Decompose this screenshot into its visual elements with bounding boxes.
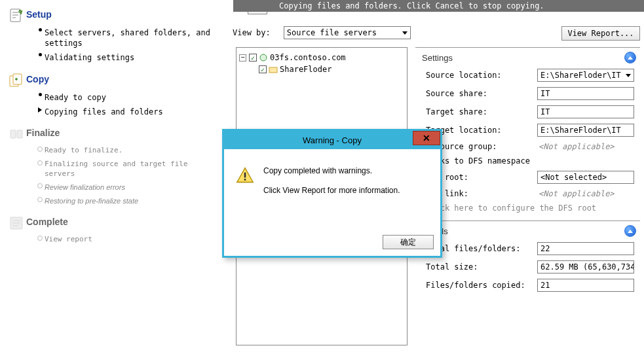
svg-rect-13 [269,67,277,73]
close-icon: ✕ [423,133,430,143]
folder-share-icon [269,65,278,74]
setup-item: Select servers, shared folders, and sett… [35,27,213,48]
section-title-finalize: Finalize [26,128,60,138]
collapse-settings-button[interactable] [624,52,636,63]
chevron-down-icon [402,31,407,35]
dialog-title: Warning - Copy [303,135,362,145]
svg-rect-15 [244,173,246,178]
resource-group-value: <Not applicable> [537,142,615,151]
dialog-line1: Copy completed with warnings. [263,166,400,175]
dfs-config-hint[interactable]: Click here to configure the DFS root [426,203,640,213]
details-group: Details Total files/folders: 22 Total si… [415,221,640,304]
right-details-area: Settings Source location: E:\ShareFloder… [415,47,640,352]
section-complete: Complete [7,215,213,231]
tree-collapse-icon[interactable]: − [239,54,246,62]
label-source-share: Source share: [422,89,537,98]
complete-items: View report [35,235,213,245]
setup-icon [7,8,26,24]
tree-child-label: ShareFloder [280,65,331,74]
chevron-up-icon [628,230,633,233]
files-copied-value: 21 [537,279,634,292]
setup-items: Select servers, shared folders, and sett… [35,27,213,63]
settings-group: Settings Source location: E:\ShareFloder… [415,48,640,221]
tree-checkbox[interactable]: ✓ [259,65,267,73]
view-by-value: Source file servers [287,28,377,37]
dfs-root-field[interactable]: <Not selected> [537,171,634,184]
svg-rect-6 [10,130,16,138]
dfs-link-value: <Not applicable> [537,189,615,198]
finalize-item: Ready to finalize. [35,146,213,156]
server-icon [259,53,268,62]
complete-item: View report [35,235,213,245]
dialog-titlebar[interactable]: Warning - Copy ✕ [224,131,440,149]
warning-dialog: Warning - Copy ✕ Copy completed with war… [222,129,442,258]
copy-item-current: Copying files and folders [35,107,213,117]
section-setup: Setup [7,8,213,24]
view-by-label: View by: [233,28,271,37]
status-banner: Copying files and folders. Click Cancel … [233,0,644,12]
settings-title: Settings [422,53,453,63]
ok-button[interactable]: 确定 [383,235,434,249]
label-total-size: Total size: [422,262,537,272]
view-report-button[interactable]: View Report... [561,26,640,41]
total-files-value: 22 [537,242,634,255]
section-title-setup: Setup [26,9,52,20]
section-title-copy: Copy [26,74,49,84]
wizard-steps-panel: Setup Select servers, shared folders, an… [0,0,219,352]
dialog-line2: Click View Report for more information. [263,186,400,195]
finalize-icon [7,126,26,142]
target-share-field[interactable]: IT [537,105,634,118]
finalize-item: Finalizing source and target file server… [35,160,213,179]
complete-icon [7,215,26,231]
section-copy: Copy [7,73,213,88]
finalize-items: Ready to finalize. Finalizing source and… [35,146,213,206]
close-button[interactable]: ✕ [413,131,440,145]
tree-root-row[interactable]: − ✓ 03fs.contoso.com [239,52,404,63]
tree-checkbox[interactable]: ✓ [249,54,257,62]
svg-rect-7 [17,130,22,138]
source-location-select[interactable]: E:\ShareFloder\IT [537,69,634,82]
label-source-location: Source location: [422,71,537,80]
source-share-field[interactable]: IT [537,87,634,100]
target-location-field[interactable]: E:\ShareFloder\IT [537,124,634,137]
collapse-details-button[interactable] [624,225,636,237]
total-size-value: 62.59 MB (65,630,734 [537,260,634,273]
view-by-select[interactable]: Source file servers [284,26,411,39]
dialog-message: Copy completed with warnings. Click View… [263,166,400,205]
section-title-complete: Complete [26,217,68,227]
chevron-down-icon [626,74,631,77]
copy-icon [7,73,26,88]
svg-point-12 [260,54,267,61]
copy-items: Ready to copy Copying files and folders [35,92,213,117]
tree-root-label: 03fs.contoso.com [270,53,346,62]
tree-child-row[interactable]: ✓ ShareFloder [239,63,404,75]
finalize-item: Review finalization errors [35,183,213,192]
svg-rect-16 [244,179,246,181]
finalize-item: Restoring to pre-finalize state [35,196,213,206]
setup-item: Validating settings [35,52,213,63]
section-finalize: Finalize [7,126,213,142]
copy-item: Ready to copy [35,92,213,103]
label-target-share: Target share: [422,107,537,116]
view-by-row: View by: Source file servers [233,26,411,39]
label-files-copied: Files/folders copied: [422,281,537,290]
warning-icon [236,166,254,185]
chevron-up-icon [628,56,633,60]
current-step-arrow-icon [38,107,42,113]
